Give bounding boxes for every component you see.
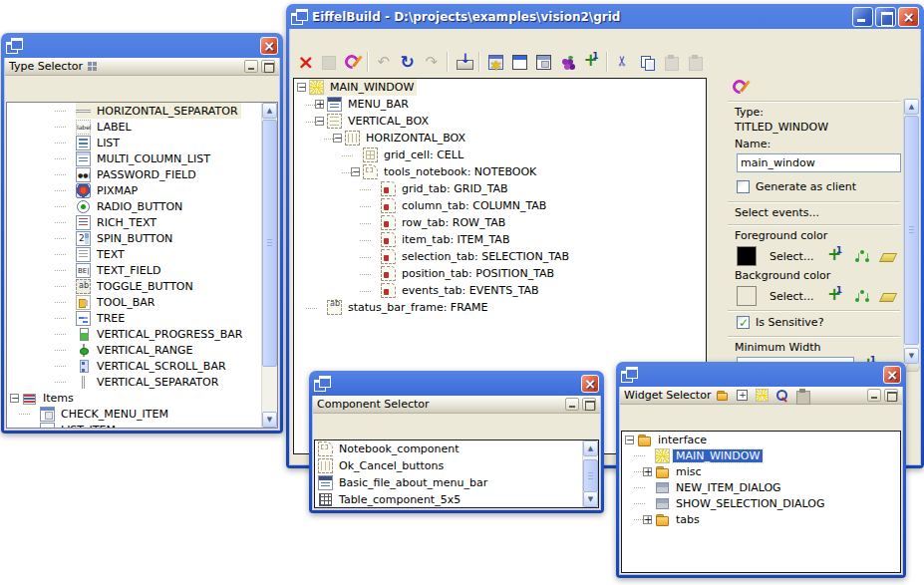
tree-row[interactable]: − MAIN_WINDOW [294,79,706,96]
foreground-color-swatch[interactable] [737,246,757,266]
scroll-up-button[interactable]: ▲ [904,99,919,115]
tree-row[interactable]: grid_tab: GRID_TAB [294,180,706,197]
fg-reset-icon[interactable] [880,249,895,264]
tree-row[interactable]: RICH_TEXT [7,214,277,230]
list-item[interactable]: Table_component_5x5 [315,491,598,508]
tree-row[interactable]: VERTICAL_SEPARATOR [7,374,277,390]
tree-row[interactable]: VERTICAL_RANGE [7,342,277,358]
toolbar-button[interactable] [316,51,340,73]
tree-row[interactable]: PASSWORD_FIELD [7,166,277,182]
name-input[interactable] [737,153,901,172]
tree-row[interactable]: VERTICAL_SCROLL_BAR [7,358,277,374]
select-events-link[interactable]: Select events... [735,206,920,220]
close-button[interactable]: × [260,37,278,55]
panel-minimize-button[interactable] [565,398,579,411]
tree-expander[interactable]: − [625,436,634,444]
close-button[interactable]: × [898,7,919,27]
component-scrollbar[interactable]: ▲ ▼ [582,440,598,507]
toolbar-button[interactable] [292,51,316,73]
type-selector-titlebar[interactable]: × [4,33,280,58]
tree-row[interactable]: RADIO_BUTTON [7,198,277,214]
scroll-thumb[interactable] [583,459,598,492]
tree-row[interactable]: CHECK_MENU_ITEM [7,406,277,422]
toolbar-button[interactable] [372,51,396,73]
tree-row[interactable]: TOOL_BAR [7,294,277,310]
tree-row[interactable]: SHOW_SELECTION_DIALOG [622,495,900,511]
tree-row[interactable]: SPIN_BUTTON [7,230,277,246]
generate-as-client-checkbox[interactable] [737,180,750,193]
scroll-down-button[interactable]: ▼ [262,412,277,428]
tree-row[interactable]: NEW_ITEM_DIALOG [622,479,900,495]
tree-row[interactable]: − Items [7,390,277,406]
panel-minimize-button[interactable] [244,60,258,73]
bg-link-constant-icon[interactable] [854,289,869,304]
bg-add-constant-icon[interactable] [827,289,842,304]
bg-reset-icon[interactable] [880,289,895,304]
toolbar-button[interactable] [635,51,659,73]
maximize-button[interactable] [875,7,896,27]
expandbox-icon[interactable] [736,389,749,402]
panel-maximize-button[interactable] [582,398,596,411]
tree-row[interactable]: position_tab: POSITION_TAB [294,265,706,282]
tree-row[interactable]: status_bar_frame: FRAME [294,299,706,316]
type-selector-scrollbar[interactable]: ▲ ▼ [261,103,277,428]
tree-row[interactable]: − HORIZONTAL_BOX [294,130,706,146]
fg-add-constant-icon[interactable] [827,249,842,264]
tree-row[interactable]: MAIN_WINDOW [622,447,900,463]
tree-row[interactable]: − interface [622,432,900,447]
scroll-thumb[interactable] [262,120,277,367]
fg-link-constant-icon[interactable] [854,249,869,264]
toolbar-button[interactable] [396,51,420,73]
tree-row[interactable]: grid_cell: CELL [294,146,706,163]
is-sensitive-checkbox[interactable] [737,316,750,329]
tree-row[interactable]: MULTI_COLUMN_LIST [7,150,277,166]
widget-selector-header[interactable]: Widget Selector [620,387,902,405]
toolbar-button[interactable] [659,51,683,73]
tree-row[interactable]: LABEL [7,119,277,135]
tree-row[interactable]: VERTICAL_PROGRESS_BAR [7,326,277,342]
starburst-icon[interactable] [756,389,769,402]
menu-item[interactable] [292,36,308,42]
tree-row[interactable]: TEXT [7,246,277,262]
properties-scrollbar[interactable]: ▲ ▼ [903,99,919,364]
paste-icon[interactable] [795,389,808,402]
close-button[interactable]: × [581,375,599,393]
scroll-down-button[interactable]: ▼ [904,348,919,364]
toolbar-button[interactable] [555,51,579,73]
tree-row[interactable]: − VERTICAL_BOX [294,113,706,130]
toolbar-button[interactable] [683,51,707,73]
tree-row[interactable]: + misc [622,463,900,479]
panel-maximize-button[interactable] [884,389,898,402]
fg-select-link[interactable]: Select... [770,250,827,263]
scroll-thumb[interactable] [904,116,919,345]
list-item[interactable]: Notebook_component [315,440,598,457]
toolbar-button[interactable] [531,51,555,73]
search-icon[interactable] [775,389,788,402]
tree-row[interactable]: row_tab: ROW_TAB [294,214,706,231]
scroll-up-button[interactable]: ▲ [583,440,598,456]
toolbar-button[interactable] [420,51,444,73]
toolbar-button[interactable] [611,51,635,73]
main-window-titlebar[interactable]: EiffelBuild - D:\projects\examples\visio… [289,4,921,29]
tree-row[interactable]: HORIZONTAL_SEPARATOR [7,103,277,119]
tree-expander[interactable]: − [10,394,19,403]
widget-selector-titlebar[interactable]: × [619,362,903,387]
toolbar-button[interactable] [452,51,475,73]
scroll-down-button[interactable]: ▼ [583,491,598,507]
minimize-button[interactable] [852,7,873,27]
menu-item[interactable] [308,36,324,42]
panel-maximize-button[interactable] [261,60,275,73]
type-selector-header[interactable]: Type Selector [5,58,279,76]
component-selector-titlebar[interactable]: × [312,371,601,396]
panel-minimize-button[interactable] [867,389,881,402]
toolbar-button[interactable] [507,51,531,73]
tree-row[interactable]: PIXMAP [7,182,277,198]
list-item[interactable]: Ok_Cancel_buttons [315,457,598,474]
tree-row[interactable]: + tabs [622,511,900,527]
list-item[interactable]: Basic_file_about_menu_bar [315,474,598,491]
tree-row[interactable]: TREE [7,310,277,326]
scroll-up-button[interactable]: ▲ [262,103,277,119]
tree-row[interactable]: LIST [7,135,277,150]
tree-row[interactable]: − tools_notebook: NOTEBOOK [294,163,706,180]
toolbar-button[interactable] [340,51,364,73]
